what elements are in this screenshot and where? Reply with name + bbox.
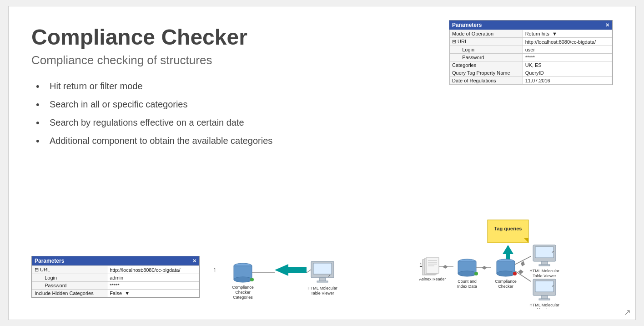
table-row: Login admin <box>32 274 199 282</box>
svg-text:HTML Molecular: HTML Molecular <box>307 286 337 290</box>
param-value: http://localhost:8080/cc-bigdata/ <box>523 38 612 46</box>
svg-marker-40 <box>482 266 487 270</box>
params-title-right: Parameters <box>452 22 482 28</box>
svg-text:Tag queries: Tag queries <box>494 226 522 231</box>
bullet-2: Search in all or specific categories <box>40 98 613 110</box>
params-panel-right: Parameters ✕ Mode of Operation Return hi… <box>449 20 613 85</box>
svg-line-49 <box>515 271 531 281</box>
svg-rect-54 <box>539 265 550 266</box>
param-label: Password <box>450 54 523 61</box>
bullet-3: Search by regulations effective on a cer… <box>40 117 613 128</box>
svg-rect-18 <box>488 220 528 243</box>
table-row: Query Tag Property Name QueryID <box>450 69 612 77</box>
params-title-left: Parameters <box>35 258 64 264</box>
param-value: QueryID <box>523 69 612 77</box>
bullet-list: Hit return or filter mode Search in all … <box>31 80 613 147</box>
svg-text:Table Viewer: Table Viewer <box>533 274 556 278</box>
table-row: Mode of Operation Return hits ▼ <box>450 30 612 38</box>
param-value: ***** <box>523 54 612 61</box>
param-label: Password <box>32 282 107 290</box>
params-header-right: Parameters ✕ <box>449 20 612 30</box>
table-row: ⊟ URL http://localhost:8080/cc-bigdata/ <box>32 266 199 274</box>
svg-text:Checker: Checker <box>498 284 513 289</box>
param-label: Date of Regulations <box>450 77 523 85</box>
params-header-left: Parameters ✕ <box>32 256 199 265</box>
svg-rect-8 <box>288 267 307 273</box>
svg-point-3 <box>250 278 254 281</box>
workflow-right-svg: Tag queries 1 Asinex Reader Co <box>417 218 617 309</box>
param-value: admin <box>107 274 199 282</box>
params-table-right: Mode of Operation Return hits ▼ ⊟ URL ht… <box>449 30 612 85</box>
svg-text:Compliance: Compliance <box>232 285 254 290</box>
param-label: ⊟ URL <box>450 38 523 46</box>
svg-marker-32 <box>443 265 448 269</box>
table-row: Include Hidden Categories False ▼ <box>32 290 199 297</box>
params-panel-left: Parameters ✕ ⊟ URL http://localhost:8080… <box>31 256 200 298</box>
svg-point-36 <box>474 272 478 275</box>
param-label: ⊟ URL <box>32 266 107 274</box>
param-value: user <box>523 46 612 54</box>
svg-text:Compliance: Compliance <box>495 279 517 284</box>
svg-text:HTML Molecular: HTML Molecular <box>529 269 559 273</box>
svg-rect-52 <box>535 247 553 258</box>
svg-rect-61 <box>539 299 550 300</box>
params-table-left: ⊟ URL http://localhost:8080/cc-bigdata/ … <box>32 265 199 297</box>
workflow-left: 1 Compliance Checker Categories ↗ <box>209 245 345 301</box>
svg-rect-10 <box>313 263 332 274</box>
svg-line-17 <box>307 270 311 273</box>
svg-rect-59 <box>535 281 553 292</box>
svg-text:↗: ↗ <box>328 274 331 277</box>
svg-point-35 <box>458 271 476 276</box>
workflow-left-svg: 1 Compliance Checker Categories ↗ <box>209 245 345 300</box>
param-value: 11.07.2016 <box>523 77 612 85</box>
svg-marker-48 <box>521 261 525 266</box>
param-label: Include Hidden Categories <box>32 290 107 297</box>
param-label: Categories <box>450 61 523 69</box>
svg-point-43 <box>497 271 515 276</box>
param-label: Login <box>450 46 523 54</box>
svg-point-44 <box>513 272 517 275</box>
svg-text:Count and: Count and <box>458 279 477 284</box>
close-icon-right[interactable]: ✕ <box>605 22 609 28</box>
svg-text:HTML Molecular: HTML Molecular <box>529 303 559 307</box>
table-row: Login user <box>450 46 612 54</box>
svg-text:Table Viewer: Table Viewer <box>311 291 334 295</box>
param-value: ***** <box>107 282 199 290</box>
svg-text:Asinex Reader: Asinex Reader <box>419 277 446 281</box>
workflow-number: 1 <box>213 267 216 274</box>
bullet-4: Additional component to obtain the avail… <box>40 135 613 147</box>
param-label: Mode of Operation <box>450 30 523 38</box>
param-label: Login <box>32 274 107 282</box>
param-value: Return hits ▼ <box>523 30 612 38</box>
table-row: Password ***** <box>450 54 612 61</box>
param-value: http://localhost:8080/cc-bigdata/ <box>107 266 199 274</box>
table-row: Date of Regulations 11.07.2016 <box>450 77 612 85</box>
param-label: Query Tag Property Name <box>450 69 523 77</box>
close-icon-left[interactable]: ✕ <box>192 258 196 264</box>
svg-marker-7 <box>275 264 288 276</box>
svg-text:↗: ↗ <box>551 285 554 288</box>
table-row: Categories UK, ES <box>450 61 612 69</box>
svg-text:1: 1 <box>419 262 423 268</box>
param-value: False ▼ <box>107 290 199 297</box>
svg-text:Table Viewer: Table Viewer <box>533 308 556 309</box>
svg-rect-12 <box>317 281 328 282</box>
table-row: ⊟ URL http://localhost:8080/cc-bigdata/ <box>450 38 612 46</box>
workflow-right: Tag queries 1 Asinex Reader Co <box>417 218 617 311</box>
table-row: Password ***** <box>32 282 199 290</box>
slide: Compliance Checker Compliance checking o… <box>8 6 636 320</box>
svg-point-2 <box>234 277 252 282</box>
svg-text:↗: ↗ <box>551 250 554 254</box>
svg-rect-25 <box>426 258 439 273</box>
param-value: UK, ES <box>523 61 612 69</box>
svg-text:Index Data: Index Data <box>457 284 477 289</box>
svg-text:Checker: Checker <box>235 290 251 295</box>
corner-arrow-icon: ↗ <box>624 307 631 317</box>
svg-text:Categories: Categories <box>233 295 253 300</box>
